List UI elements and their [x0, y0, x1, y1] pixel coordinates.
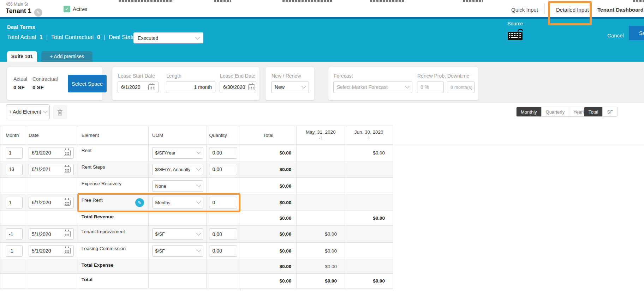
uom-select[interactable]: $/SF/Yr, Annually [152, 164, 203, 175]
total-value: $0.00 [279, 200, 291, 205]
period-1-value: $0.00 [325, 264, 337, 269]
date-input[interactable]: 5/1/2020 [29, 245, 74, 257]
forecast-label: Forecast [334, 73, 353, 79]
uom-select[interactable]: Months [152, 197, 203, 208]
element-name: Expense Recovery [82, 181, 121, 186]
total-contractual-value: 0 [97, 34, 100, 41]
element-name: Rent [82, 148, 92, 153]
renew-prob-value: 0 % [421, 84, 429, 90]
date-input[interactable]: 5/1/2020 [29, 228, 74, 240]
month-input[interactable] [6, 164, 23, 175]
month-input[interactable] [6, 245, 23, 257]
clipped-text-artifact [282, 0, 332, 2]
uom-select[interactable]: $/SF [152, 228, 203, 240]
quantity-input[interactable] [209, 147, 237, 159]
lease-dates-panel: Lease Start Date 6/1/2020 Length 1 month… [112, 67, 260, 100]
add-element-label: + Add Element [9, 109, 41, 115]
table-row-total-expense: Total Expense $0.00 $0.00 [0, 259, 393, 274]
length-value: 1 month [194, 84, 212, 90]
element-name: Total [82, 277, 93, 282]
table-row-total: Total $0.00 $0.00 $0.00 [0, 274, 393, 289]
select-space-button[interactable]: Select Space [68, 75, 107, 92]
new-renew-value: New [275, 84, 285, 90]
lease-start-input[interactable]: 6/1/2020 [118, 81, 159, 93]
cancel-button[interactable]: Cancel [604, 30, 627, 41]
separator: | [104, 34, 105, 41]
nav-divider [544, 4, 544, 14]
downtime-label: Downtime [447, 73, 469, 79]
calendar-icon[interactable] [64, 150, 71, 156]
toggle-quarterly[interactable]: Quarterly [542, 107, 569, 116]
tab-suite-101[interactable]: Suite 101 [7, 51, 37, 62]
tenant-name: Tenant 1 [6, 7, 31, 15]
month-input[interactable] [6, 228, 23, 240]
save-button[interactable]: Save [629, 26, 644, 40]
chevron-down-icon [196, 248, 201, 252]
downtime-input[interactable]: 0 month(s) [447, 81, 475, 93]
toggle-total[interactable]: Total [584, 107, 603, 116]
forecast-select[interactable]: Select Market Forecast [333, 81, 412, 93]
uom-select[interactable]: None [152, 180, 203, 192]
table-row-rent: 6/1/2020 Rent $/SF/Year $0.00 $0.00 [0, 145, 393, 161]
add-premises-tab[interactable]: + Add premises [41, 51, 93, 62]
table-row-total-revenue: Total Revenue $0.00 $0.00 [0, 211, 393, 226]
length-input[interactable]: 1 month [166, 81, 215, 93]
toggle-sf[interactable]: SF [603, 107, 617, 116]
date-input[interactable]: 6/1/2020 [29, 197, 74, 208]
nav-detailed-input[interactable]: Detailed Input [556, 7, 589, 13]
date-input[interactable]: 6/1/2021 [29, 164, 74, 175]
calendar-icon[interactable] [64, 200, 71, 206]
contractual-value: 0 SF [32, 84, 44, 90]
new-renew-select[interactable]: New [271, 81, 309, 93]
element-name: Rent Steps [82, 164, 105, 170]
total-value: $0.00 [279, 264, 291, 269]
lease-end-input[interactable]: 6/30/2020 [220, 81, 256, 93]
renew-prob-input[interactable]: 0 % [417, 81, 444, 93]
clipped-text-artifact [119, 0, 173, 2]
clipped-text-artifact [214, 0, 231, 2]
deal-status-select[interactable]: Executed [133, 32, 203, 43]
toggle-monthly[interactable]: Monthly [517, 107, 542, 116]
quantity-input[interactable] [209, 228, 237, 240]
calendar-icon[interactable] [148, 84, 155, 90]
quantity-input[interactable] [209, 245, 237, 257]
nav-quick-input[interactable]: Quick Input [511, 7, 538, 13]
calendar-icon[interactable] [248, 84, 255, 90]
uom-select[interactable]: $/SF [152, 245, 203, 257]
total-value: $0.00 [279, 216, 291, 221]
chevron-down-icon [405, 84, 410, 89]
delete-element-button[interactable] [53, 105, 67, 119]
downtime-value: 0 month(s) [451, 85, 472, 90]
uom-select[interactable]: $/SF/Year [152, 147, 203, 159]
header-date: Date [26, 126, 77, 144]
chevron-down-icon [302, 84, 306, 89]
date-value: 6/1/2020 [32, 200, 51, 205]
header-period-1: May. 31, 2020 -1 [297, 126, 345, 144]
month-input[interactable] [6, 197, 23, 208]
chevron-down-icon [195, 35, 200, 40]
calendar-icon[interactable] [64, 231, 71, 237]
month-input[interactable] [6, 147, 23, 159]
period-1-label: May. 31, 2020 [306, 129, 336, 135]
period-1-value: $0.00 [325, 248, 337, 254]
header-period-2: Jun. 30, 2020 1 [345, 126, 393, 144]
clipped-text-artifact [370, 0, 405, 2]
active-checkbox[interactable]: ✓ [64, 6, 70, 12]
edit-pencil-icon[interactable]: ✎ [135, 198, 144, 207]
element-name: Tenant Improvement [82, 229, 125, 234]
add-element-button[interactable]: + Add Element [6, 104, 50, 119]
uom-value: $/SF/Year [155, 150, 175, 156]
calendar-icon[interactable] [64, 166, 71, 172]
quantity-input[interactable] [209, 164, 237, 175]
table-row-leasing-commission: 5/1/2020 Leasing Commission $/SF $0.00 $… [0, 243, 393, 259]
header-uom: UOM [149, 126, 207, 144]
lease-start-label: Lease Start Date [118, 73, 155, 79]
calendar-icon[interactable] [64, 248, 71, 254]
quantity-input[interactable] [209, 197, 237, 208]
header-quantity: Quantity [207, 126, 240, 144]
nav-tenant-dashboard[interactable]: Tenant Dashboard [597, 7, 644, 13]
edit-pencil-icon[interactable]: ✎ [34, 8, 42, 17]
date-input[interactable]: 6/1/2020 [29, 147, 74, 159]
table-row-free-rent: 6/1/2020 Free Rent✎ Months $0.00 [0, 194, 393, 211]
lease-end-label: Lease End Date [220, 73, 255, 79]
